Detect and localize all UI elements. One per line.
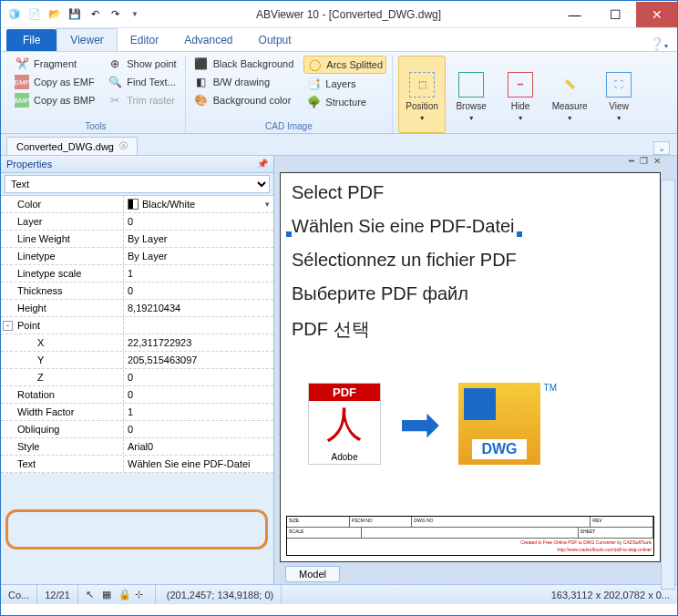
main-area: Properties 📌 Text ColorBlack/White▾Layer… xyxy=(1,156,677,584)
hide-icon: ━ xyxy=(508,72,533,98)
cad-image-group: ⬛Black Background ◧B/W drawing 🎨Backgrou… xyxy=(186,56,393,133)
qat-dropdown-icon[interactable]: ▼ xyxy=(127,6,143,23)
property-row[interactable]: Linetype scale1 xyxy=(1,265,273,282)
mdi-controls: ━ ❐ ✕ xyxy=(274,156,677,170)
mdi-min-icon[interactable]: ━ xyxy=(629,156,634,170)
canvas-wrap: ━ ❐ ✕ Select PDFWählen Sie eine PDF-Date… xyxy=(274,156,677,584)
property-row[interactable]: Rotation0 xyxy=(1,386,273,404)
canvas-text[interactable]: Sélectionnez un fichier PDF xyxy=(292,250,517,271)
close-button[interactable]: ✕ xyxy=(636,2,677,27)
palette-icon: 🎨 xyxy=(194,93,209,108)
search-icon: 🔍 xyxy=(108,75,122,89)
status-icons: ↖ ▦ 🔒 ⊹ xyxy=(78,585,156,604)
maximize-button[interactable]: ☐ xyxy=(595,2,636,27)
fragment-button[interactable]: ✂️Fragment xyxy=(12,56,98,72)
property-row[interactable]: Obliquing0 xyxy=(1,421,273,438)
mdi-close-icon[interactable]: ✕ xyxy=(653,156,661,170)
viewer-tab[interactable]: Viewer xyxy=(56,28,117,51)
drawing-canvas[interactable]: Select PDFWählen Sie eine PDF-DateiSélec… xyxy=(280,172,661,562)
status-coordinates: (201,2457; 134,9188; 0) xyxy=(159,585,282,604)
editor-tab[interactable]: Editor xyxy=(118,29,171,51)
undo-icon[interactable]: ↶ xyxy=(87,6,103,23)
window-title: ABViewer 10 - [Converted_DWG.dwg] xyxy=(143,8,554,21)
target-icon: ⊕ xyxy=(108,56,122,71)
lock-icon[interactable]: 🔒 xyxy=(118,589,131,601)
snap-icon[interactable]: ▦ xyxy=(102,589,115,601)
dwg-icon: TM DWG xyxy=(458,383,540,465)
document-tab[interactable]: Converted_DWG.dwg ⓧ xyxy=(6,137,138,155)
property-row[interactable]: Point- xyxy=(1,317,273,334)
show-point-button[interactable]: ⊕Show point xyxy=(105,56,179,72)
title-block: SIZEFSCM NODWG NOREV SCALESHEET Created … xyxy=(286,516,654,556)
property-row[interactable]: ColorBlack/White▾ xyxy=(1,196,273,213)
quick-access-toolbar: 🧊 📄 📂 💾 ↶ ↷ ▼ xyxy=(1,6,143,23)
arrow-icon: ➡ xyxy=(399,395,440,453)
status-size: 163,3112 x 202,0782 x 0... xyxy=(544,585,677,604)
pin-icon[interactable]: 📌 xyxy=(257,159,268,169)
bw-icon: ◧ xyxy=(194,75,209,89)
copy-bmp-button[interactable]: BMPCopy as BMP xyxy=(12,92,98,108)
entity-type-select[interactable]: Text xyxy=(5,175,270,193)
pdf-icon: PDF 人 Adobe xyxy=(308,383,381,465)
close-tab-icon[interactable]: ⓧ xyxy=(119,140,128,152)
measure-button[interactable]: 📏Measure▼ xyxy=(546,56,593,133)
bmp-icon: BMP xyxy=(15,93,29,108)
property-row[interactable]: LinetypeBy Layer xyxy=(1,248,273,265)
redo-icon[interactable]: ↷ xyxy=(107,6,123,23)
status-command: Co... xyxy=(1,585,37,604)
canvas-text-list: Select PDFWählen Sie eine PDF-DateiSélec… xyxy=(292,182,517,342)
browse-icon xyxy=(458,72,484,98)
property-row[interactable]: TextWählen Sie eine PDF-Datei xyxy=(1,456,273,473)
minimize-button[interactable]: — xyxy=(554,2,595,27)
vertical-scrollbar[interactable] xyxy=(661,180,675,590)
hide-button[interactable]: ━Hide▼ xyxy=(497,56,544,133)
advanced-tab[interactable]: Advanced xyxy=(171,29,245,51)
layers-button[interactable]: 📑Layers xyxy=(303,76,386,92)
property-row[interactable]: Layer0 xyxy=(1,213,273,231)
status-bar: Co... 12/21 ↖ ▦ 🔒 ⊹ (201,2457; 134,9188;… xyxy=(1,584,677,604)
find-text-button[interactable]: 🔍Find Text... xyxy=(105,74,179,90)
view-icon: ⛶ xyxy=(606,72,632,98)
property-grid[interactable]: ColorBlack/White▾Layer0Line WeightBy Lay… xyxy=(1,195,273,473)
property-row[interactable]: X22,311722923 xyxy=(1,334,273,352)
open-icon[interactable]: 📂 xyxy=(46,6,63,23)
mdi-restore-icon[interactable]: ❐ xyxy=(640,156,648,170)
save-icon[interactable]: 💾 xyxy=(67,6,83,23)
file-tab[interactable]: File xyxy=(6,29,56,51)
arcs-splitted-button[interactable]: ◯Arcs Splitted xyxy=(303,56,386,74)
bw-drawing-button[interactable]: ◧B/W drawing xyxy=(191,74,297,90)
tools-group: ✂️Fragment EMFCopy as EMF BMPCopy as BMP… xyxy=(6,56,186,133)
new-icon[interactable]: 📄 xyxy=(26,6,43,23)
property-row[interactable]: Line WeightBy Layer xyxy=(1,231,273,248)
trim-raster-button: ✂Trim raster xyxy=(105,92,179,108)
trim-icon: ✂ xyxy=(108,93,122,108)
position-button[interactable]: ⬚Position▼ xyxy=(398,56,446,133)
output-tab[interactable]: Output xyxy=(246,29,304,51)
structure-button[interactable]: 🌳Structure xyxy=(303,94,386,110)
arc-icon: ◯ xyxy=(307,57,322,72)
collapse-ribbon-button[interactable]: ⌄ xyxy=(653,141,670,155)
canvas-text[interactable]: Выберите PDF файл xyxy=(292,283,517,304)
cursor-icon[interactable]: ↖ xyxy=(86,589,98,601)
property-row[interactable]: Width Factor1 xyxy=(1,404,273,421)
canvas-text[interactable]: PDF 선택 xyxy=(292,317,517,342)
property-row[interactable]: Height8,19210434 xyxy=(1,300,273,317)
emf-icon: EMF xyxy=(15,75,29,89)
status-count: 12/21 xyxy=(37,585,78,604)
property-row[interactable]: StyleArial0 xyxy=(1,438,273,456)
browse-button[interactable]: Browse▼ xyxy=(447,56,495,133)
axes-icon[interactable]: ⊹ xyxy=(135,589,148,601)
property-row[interactable]: Thickness0 xyxy=(1,282,273,300)
black-bg-button[interactable]: ⬛Black Background xyxy=(191,56,297,72)
property-row[interactable]: Z0 xyxy=(1,369,273,386)
canvas-text[interactable]: Wählen Sie eine PDF-Datei xyxy=(292,216,517,237)
model-tab[interactable]: Model xyxy=(285,566,340,582)
bg-color-button[interactable]: 🎨Background color xyxy=(191,92,297,108)
canvas-text[interactable]: Select PDF xyxy=(292,182,517,203)
help-dropdown[interactable]: ❔▾ xyxy=(649,36,668,51)
view-button[interactable]: ⛶View▼ xyxy=(595,56,642,133)
entity-type-selector[interactable]: Text xyxy=(1,173,273,195)
title-bar: 🧊 📄 📂 💾 ↶ ↷ ▼ ABViewer 10 - [Converted_D… xyxy=(1,1,677,28)
property-row[interactable]: Y205,515463097 xyxy=(1,352,273,369)
copy-emf-button[interactable]: EMFCopy as EMF xyxy=(12,74,98,90)
